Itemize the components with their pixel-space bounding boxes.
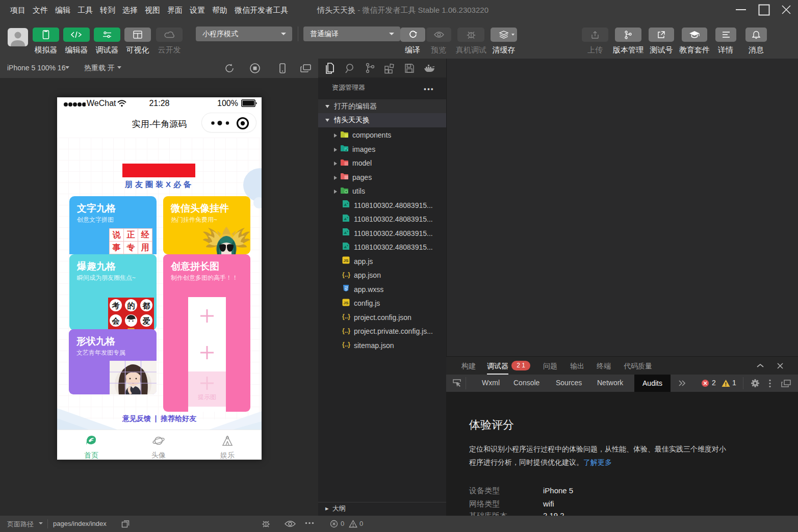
svg-text:JS: JS xyxy=(344,301,349,305)
svg-text:{..}: {..} xyxy=(342,271,350,278)
svg-text:爱: 爱 xyxy=(142,316,150,325)
svg-text:JS: JS xyxy=(344,258,349,263)
svg-text:都: 都 xyxy=(142,301,150,310)
svg-text:{..}: {..} xyxy=(342,327,350,334)
svg-text:考: 考 xyxy=(112,301,120,310)
svg-text:的: 的 xyxy=(127,301,135,310)
svg-text:{..}: {..} xyxy=(342,341,350,348)
svg-text:会: 会 xyxy=(112,316,120,325)
svg-text:{..}: {..} xyxy=(342,313,350,320)
